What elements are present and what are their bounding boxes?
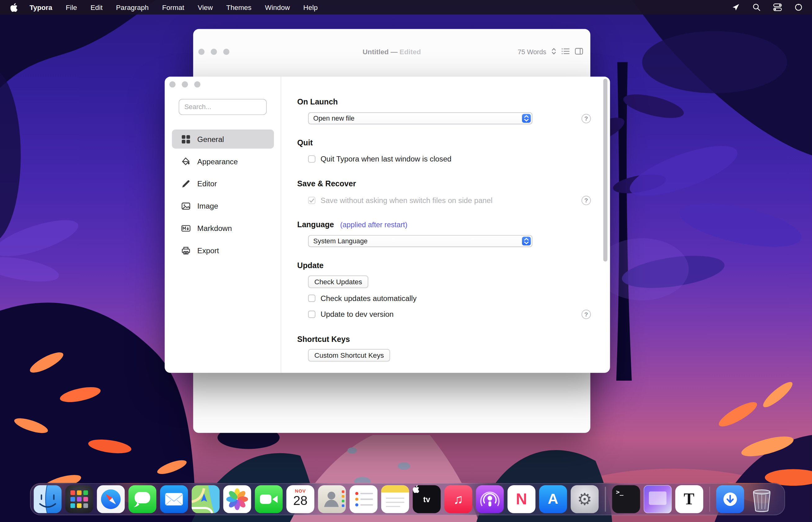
auto-update-checkbox[interactable] xyxy=(308,295,315,302)
cursor-icon[interactable] xyxy=(732,3,740,12)
menu-item-help[interactable]: Help xyxy=(296,3,325,11)
news-letter: N xyxy=(507,485,535,513)
select-stepper-icon xyxy=(522,237,531,245)
facetime-icon[interactable] xyxy=(255,485,283,513)
save-recover-checkbox-row: Save without asking when switch files on… xyxy=(308,196,492,205)
save-recover-checkbox-label: Save without asking when switch files on… xyxy=(321,196,492,205)
dev-version-checkbox[interactable] xyxy=(308,310,315,318)
save-recover-heading: Save & Recover xyxy=(297,179,356,188)
word-count[interactable]: 75 Words xyxy=(518,48,546,56)
system-settings-icon[interactable]: ⚙ xyxy=(571,485,599,513)
tv-icon[interactable]: tv xyxy=(413,485,441,513)
sidebar-item-general[interactable]: General xyxy=(172,129,274,149)
calendar-icon[interactable]: NOV 28 xyxy=(286,485,314,513)
menu-item-format[interactable]: Format xyxy=(155,3,191,11)
app-store-icon[interactable]: A xyxy=(539,485,567,513)
sidebar-item-appearance[interactable]: Appearance xyxy=(172,152,274,171)
contacts-icon[interactable] xyxy=(318,485,346,513)
update-heading: Update xyxy=(297,261,324,270)
general-grid-icon xyxy=(181,135,190,144)
on-launch-help-icon[interactable]: ? xyxy=(582,114,591,123)
language-select-value: System Language xyxy=(313,237,368,245)
quit-checkbox[interactable] xyxy=(308,155,315,162)
menu-item-view[interactable]: View xyxy=(191,3,219,11)
menu-item-file[interactable]: File xyxy=(59,3,84,11)
dock-separator xyxy=(605,487,606,511)
language-heading-row: Language (applied after restart) xyxy=(297,220,407,229)
custom-shortcut-keys-button[interactable]: Custom Shortcut Keys xyxy=(308,349,390,361)
outline-list-icon[interactable] xyxy=(561,48,570,56)
typora-letter: T xyxy=(675,485,703,513)
news-icon[interactable]: N xyxy=(507,485,535,513)
quit-heading: Quit xyxy=(297,138,313,147)
control-center-icon[interactable] xyxy=(773,3,782,12)
auto-update-checkbox-label: Check updates automatically xyxy=(321,294,417,303)
calendar-day: 28 xyxy=(286,493,314,508)
menu-item-window[interactable]: Window xyxy=(258,3,297,11)
typora-icon[interactable]: T xyxy=(675,485,703,513)
music-icon[interactable]: ♫ xyxy=(444,485,472,513)
desktop: Typora File Edit Paragraph Format View T… xyxy=(0,0,812,522)
photos-icon[interactable] xyxy=(223,485,251,513)
menu-bar: Typora File Edit Paragraph Format View T… xyxy=(0,0,812,15)
terminal-prompt: >_ xyxy=(616,488,623,495)
menu-bar-status-area xyxy=(732,3,812,12)
settings-scrollbar[interactable] xyxy=(603,79,607,262)
on-launch-select-value: Open new file xyxy=(313,114,354,122)
tv-label: tv xyxy=(423,495,430,503)
sidebar-item-label: Image xyxy=(197,202,218,210)
safari-icon[interactable] xyxy=(97,485,125,513)
messages-icon[interactable] xyxy=(129,485,156,513)
sidebar-item-label: General xyxy=(197,135,224,143)
menu-item-edit[interactable]: Edit xyxy=(84,3,109,11)
language-select[interactable]: System Language xyxy=(308,235,532,247)
save-recover-checkbox[interactable] xyxy=(308,197,315,204)
app-store-letter: A xyxy=(539,485,567,513)
maps-icon[interactable] xyxy=(192,485,219,513)
reminders-icon[interactable] xyxy=(350,485,378,513)
terminal-icon[interactable]: >_ xyxy=(612,485,640,513)
preferences-nav: General Appearance Editor Image Markdown xyxy=(172,129,274,260)
launchpad-icon[interactable] xyxy=(65,485,93,513)
edited-label: Edited xyxy=(400,48,421,56)
sidebar-toggle-icon[interactable] xyxy=(575,48,583,56)
editor-pencil-icon xyxy=(181,179,190,188)
sidebar-item-editor[interactable]: Editor xyxy=(172,174,274,193)
dev-version-checkbox-row: Update to dev version xyxy=(308,310,393,319)
preferences-sidebar: General Appearance Editor Image Markdown xyxy=(165,77,281,373)
menu-item-typora[interactable]: Typora xyxy=(23,3,59,11)
sidebar-item-label: Markdown xyxy=(197,224,232,233)
search-icon[interactable] xyxy=(752,3,761,12)
word-count-stepper-icon[interactable] xyxy=(552,48,556,56)
check-updates-button[interactable]: Check Updates xyxy=(308,276,368,288)
music-note-glyph: ♫ xyxy=(444,485,472,513)
trash-icon[interactable] xyxy=(748,485,776,513)
downloads-icon[interactable] xyxy=(716,485,744,513)
screenshot-thumbnail[interactable] xyxy=(643,485,671,513)
document-toolbar: 75 Words xyxy=(518,48,583,56)
dev-version-help-icon[interactable]: ? xyxy=(582,310,591,319)
sidebar-item-image[interactable]: Image xyxy=(172,196,274,216)
menu-item-themes[interactable]: Themes xyxy=(219,3,258,11)
quit-checkbox-row: Quit Typora when last window is closed xyxy=(308,155,451,163)
save-recover-help-icon[interactable]: ? xyxy=(582,196,591,205)
gear-glyph: ⚙ xyxy=(571,485,599,513)
sidebar-item-label: Appearance xyxy=(197,157,238,165)
check-icon xyxy=(309,198,314,203)
podcasts-icon[interactable] xyxy=(476,485,504,513)
dev-version-checkbox-label: Update to dev version xyxy=(321,310,393,319)
dock: NOV 28 tv ♫ N A ⚙ xyxy=(30,483,785,516)
sidebar-item-markdown[interactable]: Markdown xyxy=(172,219,274,238)
on-launch-select[interactable]: Open new file xyxy=(308,113,532,124)
siri-icon[interactable] xyxy=(794,3,803,12)
on-launch-heading: On Launch xyxy=(297,97,338,106)
menu-item-paragraph[interactable]: Paragraph xyxy=(109,3,155,11)
search-input[interactable] xyxy=(179,99,267,115)
notes-icon[interactable] xyxy=(381,485,409,513)
auto-update-checkbox-row: Check updates automatically xyxy=(308,294,417,303)
sidebar-item-export[interactable]: Export xyxy=(172,241,274,260)
finder-icon[interactable] xyxy=(34,485,62,513)
apple-menu-icon[interactable] xyxy=(0,3,23,12)
language-heading: Language xyxy=(297,220,334,229)
mail-icon[interactable] xyxy=(160,485,188,513)
